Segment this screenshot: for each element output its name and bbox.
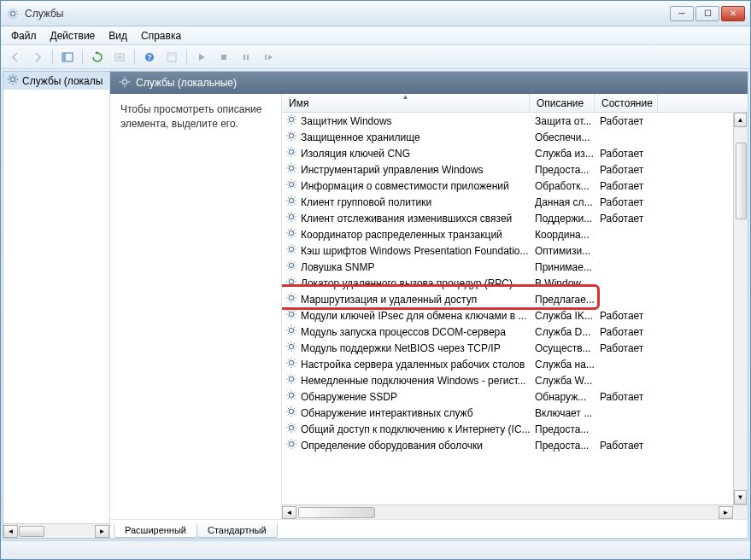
scroll-right-icon[interactable]: ► bbox=[95, 525, 109, 538]
column-state[interactable]: Состояние bbox=[595, 94, 658, 112]
maximize-button[interactable]: ☐ bbox=[695, 6, 719, 21]
service-state-cell: Работает bbox=[595, 115, 658, 127]
scroll-down-icon[interactable]: ▼ bbox=[734, 490, 747, 505]
service-row[interactable]: Координатор распределенных транзакцийКоо… bbox=[282, 226, 748, 242]
service-row[interactable]: Маршрутизация и удаленный доступПредлага… bbox=[282, 291, 748, 307]
scroll-thumb[interactable] bbox=[298, 507, 375, 518]
service-name-cell: Модуль запуска процессов DCOM-сервера bbox=[282, 324, 530, 339]
service-row[interactable]: Защитник WindowsЗащита от...Работает bbox=[282, 113, 748, 129]
service-name: Обнаружение SSDP bbox=[301, 391, 397, 403]
view-tabs: Расширенный Стандартный bbox=[110, 519, 748, 538]
service-row[interactable]: Инструментарий управления WindowsПредост… bbox=[282, 161, 748, 178]
svg-point-30 bbox=[289, 360, 293, 365]
service-desc-cell: Обнаруж... bbox=[530, 391, 595, 403]
service-name-cell: Кэш шрифтов Windows Presentation Foundat… bbox=[282, 243, 530, 258]
service-name-cell: Инструментарий управления Windows bbox=[282, 162, 530, 177]
properties-button[interactable] bbox=[162, 48, 181, 67]
service-state-cell: Работает bbox=[595, 196, 658, 208]
forward-button[interactable] bbox=[28, 48, 47, 67]
svg-point-23 bbox=[289, 247, 293, 251]
service-name: Определение оборудования оболочки bbox=[301, 440, 483, 452]
svg-point-15 bbox=[289, 117, 293, 121]
service-name: Обнаружение интерактивных служб bbox=[301, 407, 473, 419]
service-name-cell: Защитник Windows bbox=[282, 114, 530, 128]
service-name: Маршрутизация и удаленный доступ bbox=[301, 294, 477, 306]
menu-action[interactable]: Действие bbox=[44, 28, 103, 44]
vertical-scrollbar[interactable]: ▲ ▼ bbox=[733, 113, 748, 505]
start-button[interactable] bbox=[192, 48, 211, 67]
gear-icon bbox=[119, 76, 131, 90]
svg-point-22 bbox=[289, 230, 293, 235]
menu-help[interactable]: Справка bbox=[134, 28, 188, 44]
service-name-cell: Обнаружение SSDP bbox=[282, 389, 530, 404]
service-name: Защитник Windows bbox=[301, 115, 392, 127]
service-row[interactable]: Модуль запуска процессов DCOM-сервераСлу… bbox=[282, 324, 748, 340]
tab-extended[interactable]: Расширенный bbox=[114, 523, 197, 538]
pause-button[interactable] bbox=[237, 48, 255, 67]
gear-icon bbox=[285, 130, 297, 144]
gear-icon bbox=[285, 373, 297, 388]
restart-button[interactable] bbox=[259, 48, 278, 67]
service-row[interactable]: Модуль поддержки NetBIOS через TCP/IPОсу… bbox=[282, 340, 748, 356]
tree-hscroll[interactable]: ◄ ► bbox=[3, 523, 109, 538]
close-button[interactable]: ✕ bbox=[721, 6, 745, 21]
tab-standard[interactable]: Стандартный bbox=[197, 523, 278, 538]
svg-rect-11 bbox=[247, 55, 249, 60]
service-row[interactable]: Кэш шрифтов Windows Presentation Foundat… bbox=[282, 242, 748, 259]
scroll-thumb[interactable] bbox=[19, 526, 44, 537]
service-name: Инструментарий управления Windows bbox=[301, 164, 484, 176]
service-name: Изоляция ключей CNG bbox=[301, 148, 410, 160]
service-desc-cell: Данная сл... bbox=[530, 196, 595, 208]
service-row[interactable]: Определение оборудования оболочкиПредост… bbox=[282, 437, 748, 453]
separator bbox=[82, 50, 83, 65]
service-state-cell: Работает bbox=[595, 440, 658, 452]
tree-root[interactable]: Службы (локалы bbox=[3, 72, 109, 90]
service-row[interactable]: Клиент групповой политикиДанная сл...Раб… bbox=[282, 194, 748, 210]
export-button[interactable] bbox=[110, 48, 129, 67]
service-row[interactable]: Общий доступ к подключению к Интернету (… bbox=[282, 421, 748, 437]
show-hide-tree-button[interactable] bbox=[58, 48, 77, 67]
service-row[interactable]: Изоляция ключей CNGСлужба из...Работает bbox=[282, 145, 748, 161]
window-title: Службы bbox=[25, 8, 670, 20]
help-button[interactable]: ? bbox=[140, 48, 159, 67]
stop-button[interactable] bbox=[214, 48, 233, 67]
separator bbox=[186, 50, 187, 65]
service-row[interactable]: Обнаружение интерактивных службВключает … bbox=[282, 405, 748, 421]
service-name-cell: Маршрутизация и удаленный доступ bbox=[282, 292, 530, 306]
service-state-cell: Работает bbox=[595, 391, 658, 403]
gear-icon bbox=[285, 405, 297, 420]
list-body: Защитник WindowsЗащита от...РаботаетЗащи… bbox=[282, 113, 748, 505]
back-button[interactable] bbox=[6, 48, 25, 67]
scroll-left-icon[interactable]: ◄ bbox=[3, 525, 18, 538]
service-row[interactable]: Локатор удаленного вызова процедур (RPC)… bbox=[282, 275, 748, 291]
service-name-cell: Ловушка SNMP bbox=[282, 260, 530, 274]
horizontal-scrollbar[interactable]: ◄ ► bbox=[282, 505, 748, 519]
column-name[interactable]: ▲ Имя bbox=[282, 94, 530, 112]
scroll-left-icon[interactable]: ◄ bbox=[282, 506, 296, 519]
service-state-cell: Работает bbox=[595, 164, 658, 176]
service-row[interactable]: Модули ключей IPsec для обмена ключами в… bbox=[282, 307, 748, 324]
scroll-right-icon[interactable]: ► bbox=[719, 506, 733, 519]
menu-view[interactable]: Вид bbox=[102, 28, 134, 44]
svg-point-31 bbox=[289, 376, 293, 381]
minimize-button[interactable]: ─ bbox=[670, 6, 694, 21]
service-name: Информация о совместимости приложений bbox=[301, 180, 509, 192]
gear-icon bbox=[285, 324, 297, 339]
menu-file[interactable]: Файл bbox=[4, 28, 44, 44]
service-row[interactable]: Защищенное хранилищеОбеспечи... bbox=[282, 129, 748, 145]
gear-icon bbox=[285, 292, 297, 306]
service-name: Модули ключей IPsec для обмена ключами в… bbox=[301, 310, 526, 322]
service-state-cell: Работает bbox=[595, 213, 658, 225]
service-row[interactable]: Информация о совместимости приложенийОбр… bbox=[282, 178, 748, 194]
scroll-up-icon[interactable]: ▲ bbox=[734, 113, 747, 127]
service-row[interactable]: Обнаружение SSDPОбнаруж...Работает bbox=[282, 388, 748, 405]
refresh-button[interactable] bbox=[88, 48, 107, 67]
service-row[interactable]: Ловушка SNMPПринимае... bbox=[282, 259, 748, 275]
scroll-thumb[interactable] bbox=[736, 143, 747, 219]
service-row[interactable]: Настройка сервера удаленных рабочих стол… bbox=[282, 356, 748, 372]
service-row[interactable]: Немедленные подключения Windows - регист… bbox=[282, 372, 748, 388]
column-description[interactable]: Описание bbox=[530, 94, 595, 112]
service-name-cell: Немедленные подключения Windows - регист… bbox=[282, 373, 530, 388]
gear-icon bbox=[285, 341, 297, 355]
service-row[interactable]: Клиент отслеживания изменившихся связейП… bbox=[282, 210, 748, 226]
